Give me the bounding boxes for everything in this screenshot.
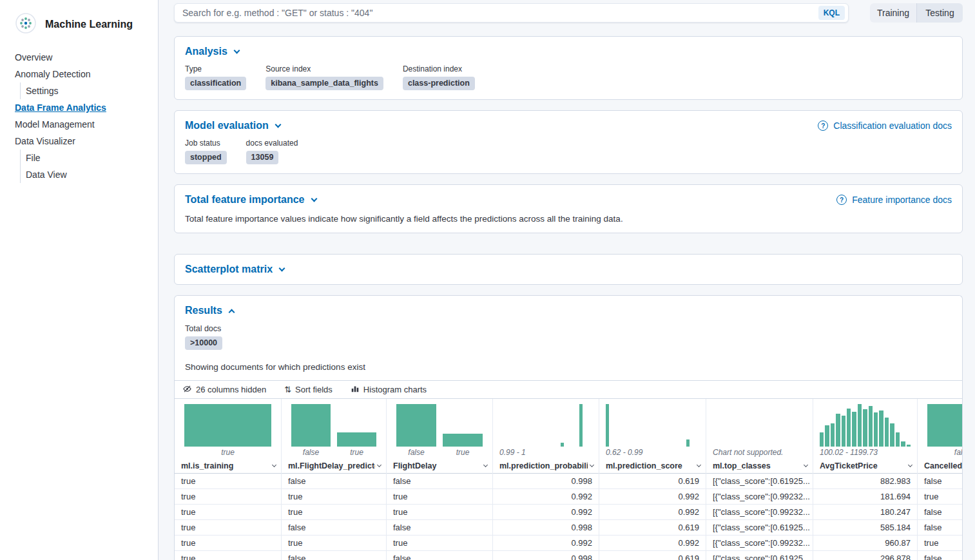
sidebar-item-data-view[interactable]: Data View [20,166,150,183]
scatterplot-matrix-panel-toggle[interactable]: Scatterplot matrix [185,264,284,275]
feature-importance-panel-toggle[interactable]: Total feature importance [185,194,316,206]
field-value-badge: classification [185,77,246,90]
table-cell[interactable]: 180.247 [813,505,918,520]
table-cell[interactable]: true [175,474,282,489]
sidebar-item-model-management[interactable]: Model Management [15,116,150,133]
sidebar-header: Machine Learning [0,13,158,49]
table-cell[interactable]: 0.619 [599,551,706,560]
table-cell[interactable]: 296.878 [813,551,918,560]
table-cell[interactable]: 0.992 [493,489,599,505]
table-cell[interactable]: 0.992 [599,489,706,505]
sidebar-item-data-visualizer[interactable]: Data Visualizer [15,133,150,150]
table-cell[interactable]: false [918,505,962,520]
column-name: ml.FlightDelay_predicted [288,461,375,470]
table-cell[interactable]: 0.992 [599,536,706,551]
column-header-AvgTicketPrice[interactable]: 100.02 - 1199.73AvgTicketPrice [813,399,918,474]
table-cell[interactable]: false [918,551,962,560]
table-cell[interactable]: true [918,536,962,551]
table-cell[interactable]: 0.992 [599,505,706,520]
column-header-ml.prediction_probability[interactable]: 0.99 - 1ml.prediction_probability [493,399,599,474]
chevron-down-icon[interactable] [483,463,488,467]
table-cell[interactable]: 0.998 [493,474,599,489]
results-panel-toggle[interactable]: Results [185,305,234,316]
table-cell[interactable]: true [387,536,493,551]
table-cell[interactable]: 585.184 [813,520,918,536]
table-cell[interactable]: [{"class_score":[0.99232... [706,536,813,551]
table-cell[interactable]: 0.998 [493,551,599,560]
chevron-down-icon[interactable] [272,463,276,467]
table-cell[interactable]: [{"class_score":[0.61925... [706,520,813,536]
sidebar-item-anomaly-detection[interactable]: Anomaly Detection [15,66,150,82]
column-name: AvgTicketPrice [820,461,906,470]
table-cell[interactable]: false [918,520,962,536]
column-header-ml.prediction_score[interactable]: 0.62 - 0.99ml.prediction_score [599,399,706,474]
table-cell[interactable]: [{"class_score":[0.99232... [706,489,813,505]
table-cell[interactable]: true [918,489,962,505]
chevron-down-icon[interactable] [590,463,594,467]
testing-filter-button[interactable]: Testing [916,3,963,23]
table-cell[interactable]: true [282,489,387,505]
table-cell[interactable]: true [175,551,282,560]
analysis-type-field: Type classification [185,64,246,90]
histogram-charts-button[interactable]: Histogram charts [351,384,427,395]
table-cell[interactable]: true [282,536,387,551]
table-cell[interactable]: [{"class_score":[0.99232... [706,505,813,520]
table-cell[interactable]: false [282,474,387,489]
table-cell[interactable]: true [387,505,493,520]
table-cell[interactable]: false [387,474,493,489]
column-header-ml.FlightDelay_predicted[interactable]: falsetrueml.FlightDelay_predicted [282,399,387,474]
app-title: Machine Learning [45,19,133,30]
table-cell[interactable]: false [282,551,387,560]
table-cell[interactable]: [{"class_score":[0.61925... [706,474,813,489]
table-cell[interactable]: 960.87 [813,536,918,551]
column-name-row: ml.prediction_probability [493,458,599,474]
sidebar-item-settings[interactable]: Settings [20,82,150,99]
table-cell[interactable]: false [387,520,493,536]
table-cell[interactable]: true [175,489,282,505]
column-header-FlightDelay[interactable]: falsetrueFlightDelay [387,399,493,474]
sort-fields-button[interactable]: ⇅ Sort fields [284,385,333,394]
table-cell[interactable]: 0.992 [493,505,599,520]
source-index-field: Source index kibana_sample_data_flights [265,64,383,90]
column-header-ml.is_training[interactable]: trueml.is_training [175,399,282,474]
analysis-panel-toggle[interactable]: Analysis [185,46,239,57]
chevron-down-icon[interactable] [697,463,701,467]
classification-evaluation-docs-link[interactable]: ? Classification evaluation docs [818,121,952,131]
sidebar-item-file[interactable]: File [20,150,150,166]
sidebar-item-overview[interactable]: Overview [15,49,150,66]
sidebar-item-data-frame-analytics[interactable]: Data Frame Analytics [15,99,150,116]
model-evaluation-panel-toggle[interactable]: Model evaluation [185,120,280,131]
table-row: truetruetrue0.9920.992[{"class_score":[0… [175,505,962,520]
training-filter-button[interactable]: Training [870,3,916,23]
table-cell[interactable]: 0.619 [599,520,706,536]
feature-importance-description: Total feature importance values indicate… [185,214,952,224]
feature-importance-docs-link[interactable]: ? Feature importance docs [836,195,952,205]
column-header-Cancelled[interactable]: falseCancelled [918,399,962,474]
columns-hidden-button[interactable]: 26 columns hidden [182,384,266,396]
table-cell[interactable]: true [175,536,282,551]
chevron-down-icon[interactable] [377,463,381,467]
table-cell[interactable]: true [282,505,387,520]
chevron-down-icon[interactable] [908,463,912,467]
analysis-panel: Analysis Type classification Source inde… [174,36,963,100]
column-header-ml.top_classes[interactable]: Chart not supported.ml.top_classes [706,399,813,474]
table-cell[interactable]: true [175,505,282,520]
kql-badge[interactable]: KQL [818,6,845,20]
table-cell[interactable]: true [175,520,282,536]
table-cell[interactable]: 0.992 [493,536,599,551]
table-cell[interactable]: 882.983 [813,474,918,489]
column-name-row: FlightDelay [387,458,492,474]
table-cell[interactable]: 0.619 [599,474,706,489]
showing-docs-text: Showing documents for which predictions … [185,362,952,372]
table-cell[interactable]: false [918,474,962,489]
table-cell[interactable]: true [387,489,493,505]
table-cell[interactable]: false [282,520,387,536]
search-input[interactable] [182,8,818,18]
histogram-bar [184,404,271,447]
histogram-bin [869,406,873,447]
table-cell[interactable]: false [387,551,493,560]
table-cell[interactable]: 0.998 [493,520,599,536]
table-cell[interactable]: [{"class_score":[0.61925... [706,551,813,560]
chevron-down-icon[interactable] [804,463,808,467]
table-cell[interactable]: 181.694 [813,489,918,505]
